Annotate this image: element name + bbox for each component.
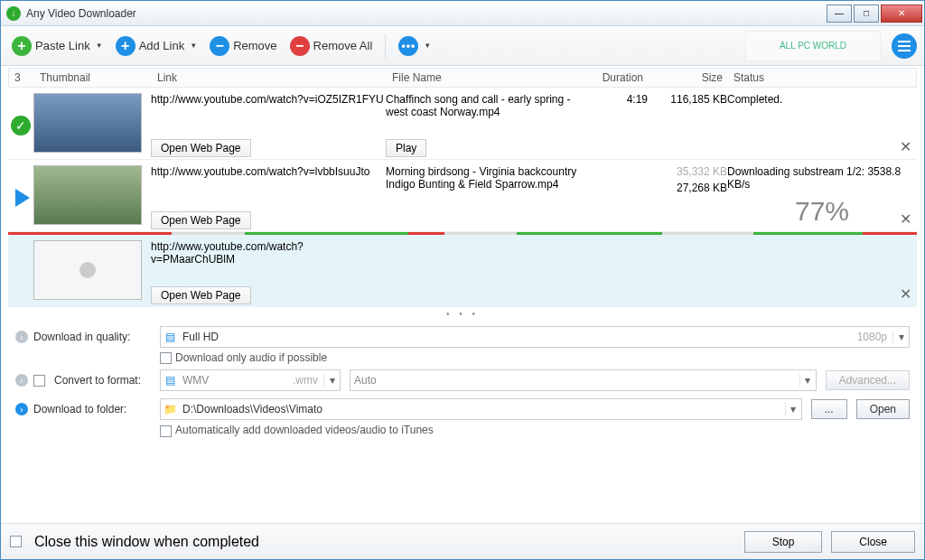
dots-icon: ••• <box>398 36 418 56</box>
quality-suffix: 1080p <box>852 331 892 343</box>
open-web-page-button[interactable]: Open Web Page <box>151 139 251 157</box>
convert-value: WMV <box>179 374 287 387</box>
row-filename: Chaffinch song and call - early spring -… <box>386 93 593 118</box>
row-status: Downloading substream 1/2: 3538.8 KB/s <box>727 165 917 191</box>
row-percent: 77% <box>727 196 917 227</box>
open-web-page-button[interactable]: Open Web Page <box>151 211 251 229</box>
plus-icon: + <box>12 36 32 56</box>
minimize-button[interactable]: — <box>827 5 852 23</box>
video-icon: ▤ <box>161 374 179 387</box>
menu-button[interactable] <box>892 33 917 59</box>
convert-format-select[interactable]: ▤ WMV .wmv ▾ <box>160 369 341 391</box>
play-button[interactable]: Play <box>386 139 426 157</box>
folder-select[interactable]: 📁 D:\Downloads\Videos\Vimato ▾ <box>160 398 802 420</box>
close-dialog-button[interactable]: Close <box>831 531 915 553</box>
maximize-button[interactable]: □ <box>854 5 879 23</box>
remove-row-icon[interactable]: ✕ <box>900 210 911 228</box>
toolbar: + Paste Link ▼ + Add Link ▼ − Remove − R… <box>1 26 924 66</box>
paste-link-label: Paste Link <box>35 39 90 52</box>
col-file: File Name <box>387 70 594 86</box>
thumbnail[interactable] <box>33 165 142 225</box>
col-link: Link <box>152 70 387 86</box>
browse-button[interactable]: ... <box>811 399 847 419</box>
logo: ALL PC WORLD <box>745 31 881 61</box>
remove-button[interactable]: − Remove <box>206 34 280 58</box>
quality-select[interactable]: ▤ Full HD 1080p ▾ <box>160 326 910 348</box>
remove-all-label: Remove All <box>313 39 373 52</box>
quality-label: Download in quality: <box>33 331 130 343</box>
convert-label: Convert to format: <box>54 374 141 387</box>
chevron-down-icon[interactable]: ▾ <box>799 374 816 387</box>
video-icon: ▤ <box>161 331 179 343</box>
convert-auto: Auto <box>350 374 799 387</box>
open-web-page-button[interactable]: Open Web Page <box>151 286 251 304</box>
advanced-button[interactable]: Advanced... <box>826 370 910 390</box>
col-status: Status <box>728 70 916 86</box>
folder-label: Download to folder: <box>33 403 126 415</box>
folder-value: D:\Downloads\Videos\Vimato <box>179 403 785 415</box>
convert-preset-select[interactable]: Auto ▾ <box>350 369 817 391</box>
col-count: 3 <box>9 70 34 86</box>
remove-row-icon[interactable]: ✕ <box>900 285 911 303</box>
more-menu-button[interactable]: ••• ▼ <box>395 34 434 58</box>
chevron-down-icon[interactable]: ▾ <box>785 403 801 415</box>
chevron-down-icon[interactable]: ▾ <box>323 374 340 387</box>
minus-icon: − <box>290 36 310 56</box>
window-title: Any Video Downloader <box>26 7 825 20</box>
col-size: Size <box>649 70 728 86</box>
chevron-down-icon[interactable]: ▾ <box>892 331 909 343</box>
splitter[interactable]: • • • <box>8 307 917 321</box>
add-link-label: Add Link <box>139 39 185 52</box>
minus-icon: − <box>210 36 229 56</box>
list-header: 3 Thumbnail Link File Name Duration Size… <box>8 68 917 88</box>
row-link: http://www.youtube.com/watch?v=PMaarChUB… <box>151 240 386 266</box>
app-icon: ↓ <box>6 6 21 21</box>
close-when-done-label: Close this window when completed <box>34 534 259 550</box>
row-size-done: 27,268 KB <box>648 182 727 194</box>
chevron-icon: › <box>15 331 28 343</box>
table-row[interactable]: http://www.youtube.com/watch?v=lvbbIsuuJ… <box>8 160 917 232</box>
audio-only-label: Download only audio if possible <box>175 351 327 364</box>
row-duration <box>593 165 648 229</box>
settings-panel: ›Download in quality: ▤ Full HD 1080p ▾ … <box>8 321 917 443</box>
folder-icon: 📁 <box>161 403 179 415</box>
close-button[interactable]: ✕ <box>881 5 922 23</box>
itunes-label: Automatically add downloaded videos/audi… <box>175 424 434 436</box>
row-link: http://www.youtube.com/watch?v=iOZ5IZR1F… <box>151 93 386 106</box>
row-link: http://www.youtube.com/watch?v=lvbbIsuuJ… <box>151 165 386 178</box>
separator <box>385 34 386 58</box>
plus-icon: + <box>116 36 135 56</box>
col-thumb: Thumbnail <box>34 70 152 86</box>
open-folder-button[interactable]: Open <box>856 399 910 419</box>
chevron-down-icon[interactable]: ▼ <box>96 42 103 50</box>
row-size-total: 35,332 KB <box>648 165 727 178</box>
chevron-icon: › <box>15 374 28 387</box>
table-row[interactable]: http://www.youtube.com/watch?v=PMaarChUB… <box>8 235 917 307</box>
row-size: 116,185 KB <box>648 93 727 157</box>
chevron-down-icon[interactable]: ▼ <box>424 42 431 50</box>
play-icon <box>15 189 30 207</box>
quality-value: Full HD <box>179 331 852 343</box>
add-link-button[interactable]: + Add Link ▼ <box>112 34 201 58</box>
remove-label: Remove <box>233 39 276 52</box>
table-row[interactable]: ✓ http://www.youtube.com/watch?v=iOZ5IZR… <box>8 88 917 160</box>
paste-link-button[interactable]: + Paste Link ▼ <box>8 34 107 58</box>
thumbnail[interactable] <box>33 240 142 300</box>
itunes-checkbox[interactable] <box>160 425 172 437</box>
remove-all-button[interactable]: − Remove All <box>286 34 377 58</box>
row-duration: 4:19 <box>593 93 648 157</box>
chevron-down-icon[interactable]: ▼ <box>190 42 197 50</box>
check-icon: ✓ <box>11 116 31 135</box>
row-status: Completed. <box>727 93 917 157</box>
thumbnail[interactable] <box>33 93 142 153</box>
convert-ext: .wmv <box>287 374 323 387</box>
audio-only-checkbox[interactable] <box>160 352 172 364</box>
row-filename: Morning birdsong - Virginia backcountry … <box>386 165 593 191</box>
titlebar: ↓ Any Video Downloader — □ ✕ <box>1 1 924 26</box>
remove-row-icon[interactable]: ✕ <box>900 138 911 155</box>
close-when-done-checkbox[interactable] <box>10 536 22 547</box>
col-dur: Duration <box>594 70 649 86</box>
chevron-icon: › <box>15 403 28 415</box>
stop-button[interactable]: Stop <box>744 531 823 553</box>
convert-checkbox[interactable] <box>33 375 45 387</box>
